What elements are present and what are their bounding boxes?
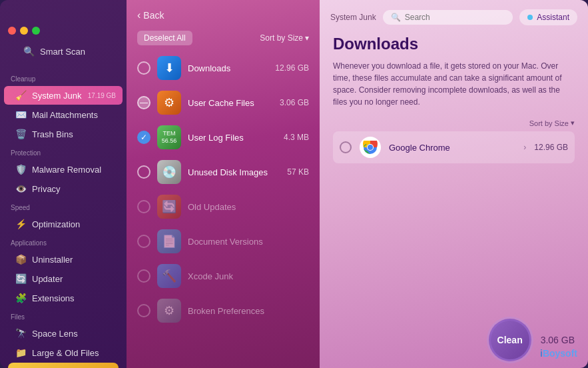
maximize-button[interactable] bbox=[32, 27, 40, 35]
list-item-downloads[interactable]: ⬇ Downloads 12.96 GB bbox=[132, 51, 314, 85]
user-log-checkbox[interactable]: ✓ bbox=[137, 131, 150, 144]
list-item-user-cache[interactable]: — ⚙ User Cache Files 3.06 GB bbox=[132, 85, 314, 120]
sidebar-item-system-junk[interactable]: 🧹 System Junk 17.19 GB bbox=[4, 86, 123, 105]
extensions-label: Extensions bbox=[32, 293, 75, 303]
sidebar-item-large-old-files[interactable]: 📁 Large & Old Files bbox=[4, 343, 123, 362]
clean-button[interactable]: Clean bbox=[489, 319, 531, 361]
xcode-junk-icon: 🔨 bbox=[157, 264, 181, 288]
optimization-label: Optimization bbox=[32, 219, 80, 229]
sub-list-item-chrome[interactable]: Google Chrome › 12.96 GB bbox=[333, 131, 575, 163]
right-content: Downloads Whenever you download a file, … bbox=[320, 32, 588, 312]
sidebar-item-extensions[interactable]: 🧩 Extensions bbox=[4, 289, 123, 307]
sidebar-section-protection: Protection 🛡️ Malware Removal 👁️ Privacy bbox=[0, 144, 127, 199]
chrome-size: 12.96 GB bbox=[534, 143, 568, 152]
unlock-button[interactable]: Unlock Full Version bbox=[8, 363, 119, 368]
mail-label: Mail Attachments bbox=[32, 110, 98, 120]
unused-disk-icon: 💿 bbox=[157, 160, 181, 184]
broken-prefs-checkbox[interactable] bbox=[137, 304, 150, 317]
uninstaller-icon: 📦 bbox=[15, 253, 27, 265]
user-log-icon: TEM56.56 bbox=[157, 125, 181, 149]
old-updates-checkbox[interactable] bbox=[137, 200, 150, 213]
search-bar[interactable]: 🔍 bbox=[383, 10, 513, 25]
sort-by-size-button[interactable]: Sort by Size ▾ bbox=[260, 33, 309, 43]
user-log-label: User Log Files bbox=[188, 133, 277, 143]
right-header: System Junk 🔍 Assistant bbox=[320, 0, 588, 32]
sidebar-item-optimization[interactable]: ⚡ Optimization bbox=[4, 215, 123, 233]
list-item-xcode-junk[interactable]: 🔨 Xcode Junk bbox=[132, 259, 314, 293]
user-cache-size: 3.06 GB bbox=[280, 98, 309, 107]
privacy-label: Privacy bbox=[32, 184, 61, 194]
close-button[interactable] bbox=[8, 27, 16, 35]
sidebar-item-mail-attachments[interactable]: ✉️ Mail Attachments bbox=[4, 105, 123, 124]
malware-icon: 🛡️ bbox=[15, 163, 27, 175]
back-button[interactable]: ‹ Back bbox=[137, 9, 164, 21]
sidebar-item-privacy[interactable]: 👁️ Privacy bbox=[4, 179, 123, 198]
sub-sort-chevron-icon: ▾ bbox=[571, 119, 575, 127]
list-item-unused-disk[interactable]: 💿 Unused Disk Images 57 KB bbox=[132, 155, 314, 189]
sidebar: 🔍 Smart Scan Cleanup 🧹 System Junk 17.19… bbox=[0, 0, 127, 368]
section-title: System Junk bbox=[330, 13, 376, 22]
unused-disk-checkbox[interactable] bbox=[137, 165, 150, 179]
sidebar-item-malware-removal[interactable]: 🛡️ Malware Removal bbox=[4, 160, 123, 179]
old-updates-label: Old Updates bbox=[188, 202, 309, 212]
downloads-checkbox[interactable] bbox=[137, 61, 150, 75]
section-label-cleanup: Cleanup bbox=[0, 70, 127, 85]
user-cache-label: User Cache Files bbox=[188, 98, 273, 108]
middle-header: ‹ Back bbox=[127, 0, 320, 28]
broken-prefs-icon: ⚙ bbox=[157, 299, 181, 323]
optimization-icon: ⚡ bbox=[15, 218, 27, 230]
broken-prefs-info: Broken Preferences bbox=[188, 306, 309, 316]
list-item-old-updates[interactable]: 🔄 Old Updates bbox=[132, 189, 314, 224]
malware-label: Malware Removal bbox=[32, 165, 101, 175]
sidebar-item-uninstaller[interactable]: 📦 Uninstaller bbox=[4, 250, 123, 269]
list-item-doc-versions[interactable]: 📄 Document Versions bbox=[132, 224, 314, 259]
privacy-icon: 👁️ bbox=[15, 183, 27, 195]
mail-icon: ✉️ bbox=[15, 109, 27, 121]
search-input[interactable] bbox=[405, 13, 505, 22]
large-files-icon: 📁 bbox=[15, 347, 27, 359]
section-label-applications: Applications bbox=[0, 234, 127, 249]
unused-disk-info: Unused Disk Images bbox=[188, 167, 280, 177]
sub-sort-label: Sort by Size bbox=[529, 119, 569, 127]
sidebar-item-trash-bins[interactable]: 🗑️ Trash Bins bbox=[4, 125, 123, 143]
trash-label: Trash Bins bbox=[32, 129, 73, 139]
assistant-label: Assistant bbox=[537, 13, 569, 22]
assistant-button[interactable]: Assistant bbox=[519, 9, 577, 25]
middle-toolbar: Deselect All Sort by Size ▾ bbox=[127, 28, 320, 51]
list-item-broken-prefs[interactable]: ⚙ Broken Preferences bbox=[132, 293, 314, 328]
window-controls bbox=[0, 20, 127, 41]
space-lens-label: Space Lens bbox=[32, 329, 78, 339]
middle-panel: ‹ Back Deselect All Sort by Size ▾ ⬇ Dow… bbox=[127, 0, 320, 368]
section-label-files: Files bbox=[0, 308, 127, 323]
user-cache-info: User Cache Files bbox=[188, 98, 273, 108]
deselect-all-button[interactable]: Deselect All bbox=[137, 31, 192, 45]
old-updates-icon: 🔄 bbox=[157, 195, 181, 219]
user-log-size: 4.3 MB bbox=[284, 133, 309, 142]
sidebar-item-smart-scan[interactable]: 🔍 Smart Scan bbox=[12, 42, 115, 61]
chrome-expand-icon[interactable]: › bbox=[523, 143, 526, 152]
broken-prefs-label: Broken Preferences bbox=[188, 306, 309, 316]
space-lens-icon: 🔭 bbox=[15, 327, 27, 339]
minimize-button[interactable] bbox=[20, 27, 28, 35]
sub-sort-button[interactable]: Sort by Size ▾ bbox=[333, 119, 575, 127]
right-panel: System Junk 🔍 Assistant Downloads Whenev… bbox=[320, 0, 588, 368]
downloads-label: Downloads bbox=[188, 63, 268, 73]
content-description: Whenever you download a file, it gets st… bbox=[333, 60, 575, 108]
list-item-user-log[interactable]: ✓ TEM56.56 User Log Files 4.3 MB bbox=[132, 120, 314, 155]
user-cache-checkbox[interactable]: — bbox=[137, 96, 150, 109]
uninstaller-label: Uninstaller bbox=[32, 255, 73, 265]
sidebar-item-space-lens[interactable]: 🔭 Space Lens bbox=[4, 324, 123, 343]
unused-disk-label: Unused Disk Images bbox=[188, 167, 280, 177]
doc-versions-info: Document Versions bbox=[188, 237, 309, 247]
sidebar-item-updater[interactable]: 🔄 Updater bbox=[4, 269, 123, 288]
updater-label: Updater bbox=[32, 274, 63, 284]
downloads-icon: ⬇ bbox=[157, 56, 181, 80]
bottom-size: 3.06 GB bbox=[541, 335, 575, 345]
large-files-label: Large & Old Files bbox=[32, 348, 99, 358]
user-log-info: User Log Files bbox=[188, 133, 277, 143]
doc-versions-checkbox[interactable] bbox=[137, 235, 150, 248]
chrome-icon bbox=[360, 137, 381, 158]
section-label-speed: Speed bbox=[0, 199, 127, 214]
chrome-checkbox[interactable] bbox=[340, 141, 352, 153]
xcode-junk-checkbox[interactable] bbox=[137, 269, 150, 283]
